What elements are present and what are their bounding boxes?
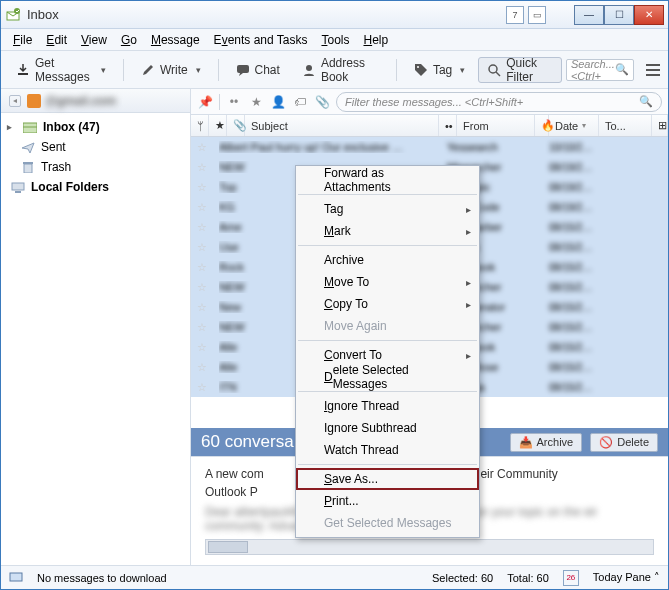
row-date: 08/15/2… [549, 302, 592, 313]
twisty-icon[interactable]: ▸ [0, 182, 5, 192]
write-button[interactable]: Write [132, 57, 210, 83]
app-icon [5, 7, 21, 23]
tab-close-icon[interactable]: ◂ [9, 95, 21, 107]
col-junk[interactable]: 🔥 [535, 115, 549, 136]
star-icon[interactable]: ☆ [197, 181, 219, 194]
tag-filter-icon[interactable]: 🏷 [292, 94, 308, 110]
contact-filter-icon[interactable]: 👤 [270, 94, 286, 110]
star-filter-icon[interactable]: ★ [248, 94, 264, 110]
statusbar: No messages to download Selected: 60 Tot… [1, 565, 668, 589]
scrollbar-thumb[interactable] [208, 541, 248, 553]
hamburger-menu-icon[interactable] [644, 59, 662, 81]
row-subject: ITN [219, 381, 237, 393]
context-menu-item[interactable]: Tag [296, 198, 479, 220]
col-thread[interactable]: ᛘ [191, 115, 209, 136]
svg-rect-9 [23, 162, 33, 164]
calendar-day-icon[interactable]: 7 [506, 6, 524, 24]
context-menu-item[interactable]: Print... [296, 490, 479, 512]
twisty-icon[interactable]: ▸ [7, 122, 17, 132]
quick-filter-button[interactable]: Quick Filter [478, 57, 562, 83]
today-pane-toggle[interactable]: Today Pane ˄ [593, 571, 660, 584]
tag-icon [414, 63, 428, 77]
col-from[interactable]: From [457, 115, 535, 136]
context-menu-item[interactable]: Archive [296, 249, 479, 271]
folder-label: Inbox (47) [43, 120, 100, 134]
unread-filter-icon[interactable]: •• [226, 94, 242, 110]
row-date: 08/15/2… [549, 242, 592, 253]
star-icon[interactable]: ☆ [197, 261, 219, 274]
calendar-month-icon[interactable]: ▭ [528, 6, 546, 24]
search-input[interactable]: Search... <Ctrl+ 🔍 [566, 59, 634, 81]
filter-input[interactable]: Filter these messages... <Ctrl+Shift+ 🔍 [336, 92, 662, 112]
context-menu-item[interactable]: Mark [296, 220, 479, 242]
table-row[interactable]: ☆Albert Paul hurry up! Our exclusive …Ye… [191, 137, 668, 157]
get-messages-button[interactable]: Get Messages [7, 57, 115, 83]
search-placeholder: Search... <Ctrl+ [571, 58, 615, 82]
calendar-icon[interactable]: 26 [563, 570, 579, 586]
row-subject: Rock [219, 261, 244, 273]
star-icon[interactable]: ☆ [197, 201, 219, 214]
local-folders[interactable]: ▸ Local Folders [1, 177, 190, 197]
menu-help[interactable]: Help [357, 31, 394, 49]
horizontal-scrollbar[interactable] [205, 539, 654, 555]
delete-button[interactable]: 🚫Delete [590, 433, 658, 452]
folder-trash[interactable]: Trash [1, 157, 190, 177]
account-tab[interactable]: ◂ @gmail.com [1, 89, 190, 113]
col-date[interactable]: Date [549, 115, 599, 136]
archive-button[interactable]: 📥Archive [510, 433, 583, 452]
col-star[interactable]: ★ [209, 115, 227, 136]
star-icon[interactable]: ☆ [197, 301, 219, 314]
close-button[interactable]: ✕ [634, 5, 664, 25]
star-icon[interactable]: ☆ [197, 221, 219, 234]
menu-go[interactable]: Go [115, 31, 143, 49]
context-menu-item[interactable]: Save As... [296, 468, 479, 490]
chat-icon [236, 63, 250, 77]
menu-tools[interactable]: Tools [315, 31, 355, 49]
col-read[interactable]: •• [439, 115, 457, 136]
attachment-filter-icon[interactable]: 📎 [314, 94, 330, 110]
context-menu-item[interactable]: Delete Selected Messages [296, 366, 479, 388]
col-picker[interactable]: ⊞ [652, 115, 668, 136]
context-menu-item[interactable]: Watch Thread [296, 439, 479, 461]
col-to[interactable]: To... [599, 115, 652, 136]
minimize-button[interactable]: — [574, 5, 604, 25]
toolbar: Get Messages Write Chat Address Book Tag… [1, 51, 668, 89]
column-headers: ᛘ ★ 📎 Subject •• From 🔥 Date To... ⊞ [191, 115, 668, 137]
folder-sent[interactable]: Sent [1, 137, 190, 157]
menu-view[interactable]: View [75, 31, 113, 49]
row-subject: New [219, 301, 241, 313]
activity-icon [9, 571, 23, 585]
menu-message[interactable]: Message [145, 31, 206, 49]
computer-icon [11, 181, 25, 193]
chat-button[interactable]: Chat [227, 57, 289, 83]
col-subject[interactable]: Subject [245, 115, 439, 136]
svg-rect-10 [12, 183, 24, 190]
row-date: 08/15/2… [549, 382, 592, 393]
star-icon[interactable]: ☆ [197, 321, 219, 334]
maximize-button[interactable]: ☐ [604, 5, 634, 25]
context-menu-item[interactable]: Ignore Thread [296, 395, 479, 417]
menu-events[interactable]: Events and Tasks [208, 31, 314, 49]
star-icon[interactable]: ☆ [197, 341, 219, 354]
menu-edit[interactable]: Edit [40, 31, 73, 49]
row-date: 08/19/2… [549, 202, 592, 213]
star-icon[interactable]: ☆ [197, 161, 219, 174]
row-subject: NEW [219, 321, 245, 333]
menu-file[interactable]: File [7, 31, 38, 49]
pin-icon[interactable]: 📌 [197, 94, 213, 110]
context-menu-item[interactable]: Copy To [296, 293, 479, 315]
folder-inbox[interactable]: ▸ Inbox (47) [1, 117, 190, 137]
star-icon[interactable]: ☆ [197, 141, 219, 154]
col-attach[interactable]: 📎 [227, 115, 245, 136]
context-menu-item[interactable]: Ignore Subthread [296, 417, 479, 439]
star-icon[interactable]: ☆ [197, 281, 219, 294]
context-menu-item[interactable]: Forward as Attachments [296, 169, 479, 191]
star-icon[interactable]: ☆ [197, 381, 219, 394]
search-icon [487, 63, 501, 77]
star-icon[interactable]: ☆ [197, 241, 219, 254]
address-book-label: Address Book [321, 56, 379, 84]
tag-button[interactable]: Tag [405, 57, 474, 83]
star-icon[interactable]: ☆ [197, 361, 219, 374]
context-menu-item[interactable]: Move To [296, 271, 479, 293]
address-book-button[interactable]: Address Book [293, 57, 388, 83]
